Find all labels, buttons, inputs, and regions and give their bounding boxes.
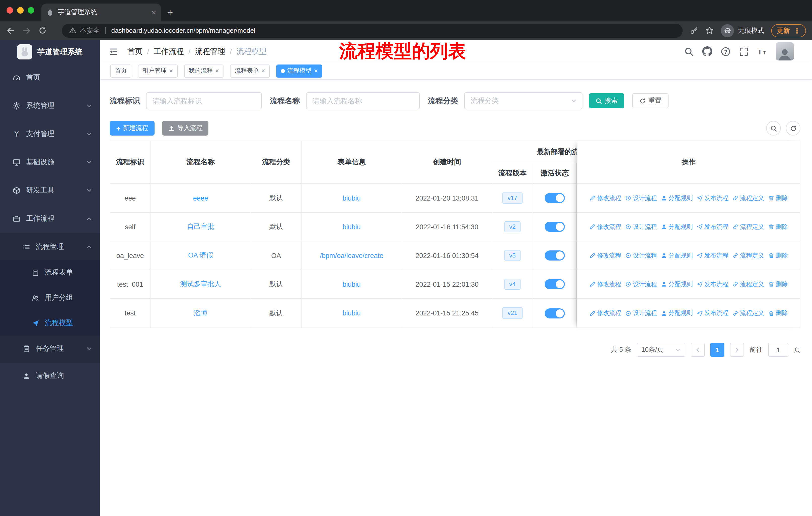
sidebar-item-system[interactable]: 系统管理	[0, 92, 100, 120]
version-badge[interactable]: v4	[504, 279, 521, 290]
modify-process-link[interactable]: 修改流程	[589, 280, 621, 289]
active-toggle[interactable]	[545, 279, 565, 289]
assign-rules-link[interactable]: 分配规则	[661, 194, 693, 202]
sidebar-item-process-model[interactable]: 流程模型	[0, 310, 100, 335]
breadcrumb-home[interactable]: 首页	[127, 47, 142, 56]
sidebar-item-task-management[interactable]: 任务管理	[0, 335, 100, 362]
window-close-button[interactable]	[6, 7, 13, 13]
process-definition-link[interactable]: 流程定义	[732, 309, 764, 318]
publish-process-link[interactable]: 发布流程	[697, 251, 728, 260]
create-process-button[interactable]: + 新建流程	[110, 121, 154, 136]
tab-close-icon[interactable]: ×	[151, 8, 156, 17]
tag-home[interactable]: 首页	[110, 64, 132, 77]
publish-process-link[interactable]: 发布流程	[697, 280, 728, 289]
window-zoom-button[interactable]	[28, 7, 34, 13]
update-button[interactable]: 更新 ⋮	[771, 24, 806, 37]
sidebar-item-process-form[interactable]: 流程表单	[0, 260, 100, 285]
form-info-link[interactable]: biubiu	[301, 270, 402, 299]
assign-rules-link[interactable]: 分配规则	[661, 280, 693, 289]
tag-close-icon[interactable]: ×	[314, 67, 318, 74]
bookmark-star-icon[interactable]	[705, 26, 714, 35]
tag-process-form[interactable]: 流程表单 ×	[230, 64, 269, 77]
process-category-select[interactable]: 流程分类	[464, 92, 582, 109]
password-key-icon[interactable]	[690, 26, 698, 35]
tag-tenant-management[interactable]: 租户管理 ×	[138, 64, 177, 77]
page-number-button[interactable]: 1	[710, 343, 724, 357]
process-definition-link[interactable]: 流程定义	[732, 194, 764, 202]
delete-link[interactable]: 删除	[768, 309, 788, 318]
user-avatar[interactable]	[776, 42, 794, 60]
forward-icon[interactable]	[22, 26, 31, 35]
assign-rules-link[interactable]: 分配规则	[661, 251, 693, 260]
process-name-link[interactable]: OA 请假	[150, 241, 251, 270]
version-badge[interactable]: v17	[503, 192, 523, 204]
modify-process-link[interactable]: 修改流程	[589, 222, 621, 231]
modify-process-link[interactable]: 修改流程	[589, 194, 621, 202]
new-tab-button[interactable]: +	[167, 7, 173, 18]
modify-process-link[interactable]: 修改流程	[589, 251, 621, 260]
design-process-link[interactable]: 设计流程	[625, 280, 657, 289]
help-icon[interactable]: ?	[721, 47, 730, 56]
process-name-link[interactable]: eeee	[150, 184, 251, 213]
publish-process-link[interactable]: 发布流程	[697, 309, 728, 318]
back-icon[interactable]	[6, 26, 15, 35]
tag-close-icon[interactable]: ×	[169, 67, 173, 74]
sidebar-item-devtools[interactable]: 研发工具	[0, 176, 100, 205]
reset-button[interactable]: 重置	[632, 93, 669, 108]
form-info-link[interactable]: biubiu	[301, 184, 402, 213]
modify-process-link[interactable]: 修改流程	[589, 309, 621, 318]
active-toggle[interactable]	[545, 193, 565, 203]
version-badge[interactable]: v5	[504, 250, 521, 261]
search-icon[interactable]	[684, 47, 694, 56]
assign-rules-link[interactable]: 分配规则	[661, 309, 693, 318]
sidebar-item-leave-query[interactable]: 请假查询	[0, 363, 100, 389]
address-bar[interactable]: 不安全 dashboard.yudao.iocoder.cn/bpm/manag…	[62, 23, 683, 37]
sidebar-item-user-group[interactable]: 用户分组	[0, 285, 100, 310]
sidebar-fold-icon[interactable]	[109, 47, 118, 56]
delete-link[interactable]: 删除	[768, 280, 788, 289]
window-minimize-button[interactable]	[17, 7, 24, 13]
design-process-link[interactable]: 设计流程	[625, 222, 657, 231]
active-toggle[interactable]	[545, 250, 565, 261]
tag-close-icon[interactable]: ×	[215, 67, 219, 74]
next-page-button[interactable]	[730, 343, 744, 357]
process-name-link[interactable]: 滔博	[150, 299, 251, 328]
form-info-link[interactable]: /bpm/oa/leave/create	[301, 241, 402, 270]
sidebar-item-infrastructure[interactable]: 基础设施	[0, 148, 100, 176]
version-badge[interactable]: v2	[504, 221, 521, 233]
version-badge[interactable]: v21	[503, 308, 523, 319]
process-id-input[interactable]	[146, 92, 262, 109]
sidebar-item-process-management[interactable]: 流程管理	[0, 234, 100, 260]
form-info-link[interactable]: biubiu	[301, 213, 402, 241]
form-info-link[interactable]: biubiu	[301, 299, 402, 328]
goto-page-input[interactable]	[768, 343, 788, 357]
active-toggle[interactable]	[545, 308, 565, 318]
prev-page-button[interactable]	[691, 343, 705, 357]
reload-icon[interactable]	[38, 26, 47, 35]
font-size-icon[interactable]: T T	[757, 47, 767, 56]
breadcrumb-process-management[interactable]: 流程管理	[195, 47, 225, 56]
toggle-search-button[interactable]	[766, 121, 781, 136]
design-process-link[interactable]: 设计流程	[625, 194, 657, 202]
process-definition-link[interactable]: 流程定义	[732, 280, 764, 289]
publish-process-link[interactable]: 发布流程	[697, 194, 728, 202]
tag-process-model[interactable]: 流程模型 ×	[277, 64, 322, 77]
active-toggle[interactable]	[545, 222, 565, 232]
not-secure-warning-icon[interactable]	[69, 27, 77, 34]
process-definition-link[interactable]: 流程定义	[732, 222, 764, 231]
page-size-select[interactable]: 10条/页	[637, 343, 685, 357]
sidebar-item-workflow[interactable]: 工作流程	[0, 205, 100, 233]
browser-tab[interactable]: 芋道管理系统 ×	[41, 3, 161, 21]
refresh-table-button[interactable]	[786, 121, 801, 136]
sidebar-item-payment[interactable]: ¥ 支付管理	[0, 120, 100, 148]
delete-link[interactable]: 删除	[768, 194, 788, 202]
incognito-badge[interactable]: 无痕模式	[721, 24, 764, 37]
tag-my-process[interactable]: 我的流程 ×	[184, 64, 224, 77]
process-definition-link[interactable]: 流程定义	[732, 251, 764, 260]
search-button[interactable]: 搜索	[589, 93, 624, 108]
delete-link[interactable]: 删除	[768, 222, 788, 231]
design-process-link[interactable]: 设计流程	[625, 251, 657, 260]
process-name-link[interactable]: 测试多审批人	[150, 270, 251, 299]
process-name-link[interactable]: 自己审批	[150, 213, 251, 241]
breadcrumb-workflow[interactable]: 工作流程	[153, 47, 184, 56]
